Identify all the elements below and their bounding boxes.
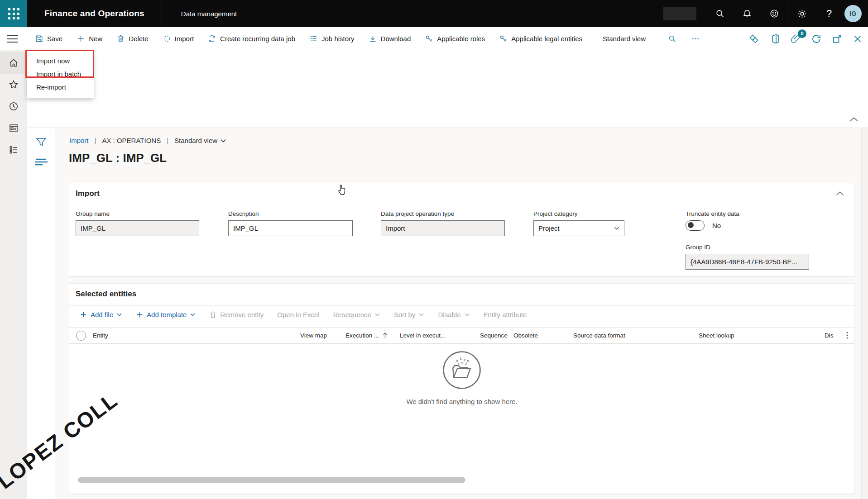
applicable-roles-button[interactable]: Applicable roles — [425, 34, 485, 43]
download-button[interactable]: Download — [369, 34, 411, 43]
notifications-button[interactable] — [734, 0, 761, 27]
view-selector[interactable]: Standard view — [603, 35, 646, 43]
add-file-label: Add file — [91, 311, 113, 318]
open-external-icon — [832, 33, 843, 44]
breadcrumb-separator: | — [95, 137, 96, 144]
nav-toggle-button[interactable] — [6, 33, 21, 45]
action-pane-band: Save New Delete Import Create recurring … — [0, 27, 868, 128]
menu-item-import-in-batch[interactable]: Import in batch — [27, 67, 94, 81]
menu-item-import-now[interactable]: Import now — [27, 54, 94, 67]
attachments-button[interactable]: 0 — [790, 33, 801, 44]
column-execution-label: Execution ... — [345, 332, 379, 339]
kebab-icon — [844, 331, 851, 340]
page-title: IMP_GL : IMP_GL — [69, 151, 167, 165]
column-entity[interactable]: Entity — [93, 332, 300, 339]
create-recurring-data-job-button[interactable]: Create recurring data job — [208, 34, 295, 43]
rail-favorites-button[interactable] — [0, 74, 27, 95]
search-button[interactable] — [706, 0, 734, 27]
more-commands-button[interactable] — [691, 34, 700, 43]
disable-label: Disable — [438, 311, 460, 318]
avatar[interactable]: IG — [844, 5, 862, 22]
breadcrumb-context: AX : OPERATIONS — [102, 137, 161, 144]
trash-icon — [116, 34, 125, 43]
nav-rail — [0, 50, 27, 499]
ellipsis-icon — [691, 34, 700, 43]
action-search-button[interactable] — [668, 34, 676, 43]
description-input[interactable] — [228, 220, 353, 236]
column-sheet-lookup[interactable]: Sheet lookup — [699, 332, 825, 339]
app-launcher-button[interactable] — [0, 0, 27, 27]
personalize-button[interactable] — [748, 33, 759, 44]
plus-icon — [136, 311, 144, 318]
rail-recent-button[interactable] — [0, 95, 27, 117]
new-label: New — [89, 35, 102, 43]
remove-entity-button: Remove entity — [209, 311, 264, 318]
sort-by-button: Sort by — [394, 311, 425, 318]
add-file-button[interactable]: Add file — [80, 311, 122, 318]
breadcrumb-separator-2: | — [167, 137, 168, 144]
column-view-map[interactable]: View map — [300, 332, 345, 339]
svg-text:1: 1 — [460, 356, 462, 361]
toggle-knob — [688, 222, 694, 228]
menu-item-re-import[interactable]: Re-import — [27, 81, 94, 94]
selected-entities-section: Selected entities Add file Add template … — [69, 283, 855, 494]
feedback-button[interactable] — [761, 0, 788, 27]
import-button[interactable]: Import — [163, 34, 194, 43]
settings-button[interactable] — [788, 0, 815, 27]
panel-lines-button[interactable] — [27, 152, 55, 172]
truncate-value: No — [712, 222, 721, 229]
column-obsolete[interactable]: Obsolete — [513, 332, 573, 339]
chevron-down-icon — [220, 138, 226, 143]
project-category-value: Project — [538, 224, 560, 232]
recurring-icon — [208, 34, 216, 43]
open-in-office-button[interactable] — [769, 33, 780, 44]
new-button[interactable]: New — [77, 34, 102, 43]
breadcrumb-view-selector[interactable]: Standard view — [174, 137, 226, 144]
app-title[interactable]: Finance and Operations — [44, 9, 144, 19]
chevron-down-icon — [614, 226, 620, 230]
refresh-button[interactable] — [811, 33, 822, 44]
open-in-new-window-button[interactable] — [832, 33, 843, 44]
import-section: Import Group name Description Data proje… — [69, 183, 855, 276]
project-category-select[interactable]: Project — [533, 220, 624, 236]
import-collapse-button[interactable] — [835, 190, 844, 196]
column-execution[interactable]: Execution ... — [345, 332, 400, 339]
column-sequence[interactable]: Sequence — [480, 332, 513, 339]
rail-home-button[interactable] — [0, 52, 27, 74]
delete-button[interactable]: Delete — [116, 34, 148, 43]
vertical-scrollbar-track[interactable] — [861, 128, 868, 499]
help-button[interactable]: ? — [815, 0, 843, 27]
operation-type-label: Data project operation type — [381, 210, 505, 217]
job-history-button[interactable]: Job history — [309, 34, 355, 43]
rail-workspaces-button[interactable] — [0, 117, 27, 139]
column-source-data-format[interactable]: Source data format — [573, 332, 699, 339]
plus-icon — [80, 311, 87, 318]
diamonds-icon — [748, 33, 759, 44]
workspace-window-icon — [8, 123, 19, 133]
gear-icon — [797, 9, 807, 19]
select-all-checkbox[interactable] — [76, 331, 86, 341]
collapse-pane-button[interactable] — [849, 116, 859, 123]
svg-text:1: 1 — [457, 362, 460, 366]
save-button[interactable]: Save — [35, 34, 62, 43]
question-icon: ? — [826, 8, 832, 19]
horizontal-scrollbar[interactable] — [78, 477, 465, 483]
close-button[interactable] — [853, 34, 863, 44]
applicable-legal-entities-button[interactable]: Applicable legal entities — [499, 34, 582, 43]
topbar-right: ? IG — [663, 0, 868, 27]
filter-button[interactable] — [27, 132, 55, 152]
group-name-label: Group name — [76, 210, 199, 217]
breadcrumb-import-link[interactable]: Import — [69, 137, 89, 144]
job-history-label: Job history — [321, 35, 355, 43]
rail-modules-button[interactable] — [0, 139, 27, 161]
group-name-input — [76, 220, 199, 236]
chevron-down-icon — [116, 313, 122, 317]
home-icon — [8, 57, 19, 68]
description-field: Description — [228, 210, 353, 236]
column-options-kebab[interactable] — [844, 331, 851, 340]
truncate-toggle[interactable] — [686, 220, 705, 231]
entity-attribute-label: Entity attribute — [484, 311, 527, 318]
column-level[interactable]: Level in execut... — [400, 332, 480, 339]
project-category-label: Project category — [533, 210, 624, 217]
add-template-button[interactable]: Add template — [136, 311, 196, 318]
